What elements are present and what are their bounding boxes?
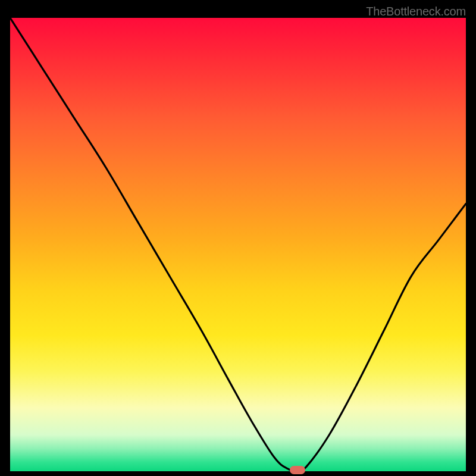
bottleneck-curve	[10, 18, 466, 471]
watermark-text: TheBottleneck.com	[366, 5, 466, 18]
chart-frame: TheBottleneck.com	[10, 5, 466, 471]
optimum-marker	[290, 466, 305, 474]
